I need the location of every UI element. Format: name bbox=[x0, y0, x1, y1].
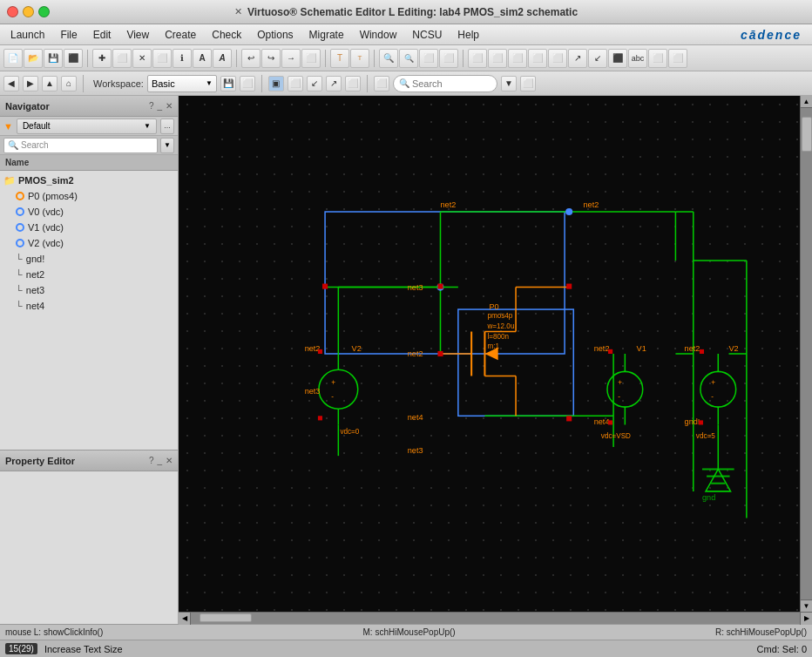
nav3-icon[interactable]: ⬜ bbox=[508, 49, 527, 68]
sel2-icon[interactable]: ⬜ bbox=[374, 76, 389, 91]
redo-icon[interactable]: ↪ bbox=[261, 49, 281, 68]
menu-options[interactable]: Options bbox=[250, 27, 300, 43]
nav-search-inner[interactable]: 🔍 Search bbox=[3, 138, 158, 153]
tree-item-net4[interactable]: └ net4 bbox=[0, 298, 178, 314]
close-button[interactable] bbox=[7, 6, 18, 17]
vscroll-track[interactable] bbox=[801, 108, 812, 599]
nav5-icon[interactable]: ⬜ bbox=[548, 49, 567, 68]
blank-icon[interactable]: ⬜ bbox=[301, 49, 321, 68]
tree-item-v2[interactable]: V2 (vdc) bbox=[0, 235, 178, 251]
undo-icon[interactable]: ↩ bbox=[241, 49, 261, 68]
wire2-icon[interactable]: ↗ bbox=[326, 76, 342, 91]
search-options-icon[interactable]: ⬜ bbox=[520, 76, 536, 91]
abc-icon[interactable]: abc bbox=[628, 49, 647, 68]
schematic-canvas[interactable]: P0 pmos4p w=12.0u l=800n m:1 + - net2 V2… bbox=[179, 96, 800, 612]
nav-close-icon[interactable]: ✕ bbox=[166, 101, 173, 111]
nav-question-icon[interactable]: ? bbox=[149, 101, 154, 111]
app-icon: ✕ bbox=[234, 6, 242, 17]
prop-question-icon[interactable]: ? bbox=[149, 456, 154, 465]
nav1-icon[interactable]: ⬜ bbox=[468, 49, 487, 68]
tree-item-v1[interactable]: V1 (vdc) bbox=[0, 220, 178, 235]
back-icon[interactable]: ◀ bbox=[3, 76, 19, 91]
info-icon[interactable]: ℹ bbox=[173, 49, 192, 68]
zoom-in-icon[interactable]: 🔍 bbox=[379, 49, 398, 68]
nav2-icon[interactable]: ⬜ bbox=[488, 49, 507, 68]
open-icon[interactable]: 📂 bbox=[24, 49, 43, 68]
new-icon[interactable]: 📄 bbox=[3, 49, 23, 68]
schematic-svg: P0 pmos4p w=12.0u l=800n m:1 + - net2 V2… bbox=[179, 96, 800, 612]
workspace-select[interactable]: Basic ▼ bbox=[147, 75, 217, 92]
text-a-icon[interactable]: A bbox=[193, 49, 212, 68]
title-bar: ✕ Virtuoso® Schematic Editor L Editing: … bbox=[0, 0, 812, 24]
svg-rect-85 bbox=[566, 416, 572, 421]
sel-icon[interactable]: ▣ bbox=[268, 76, 284, 91]
window-controls[interactable] bbox=[7, 6, 50, 17]
save-icon[interactable]: 💾 bbox=[44, 49, 63, 68]
ws-icon2[interactable]: ⬜ bbox=[240, 76, 255, 91]
home-icon[interactable]: ⌂ bbox=[61, 76, 77, 91]
snap-icon[interactable]: ⬜ bbox=[288, 76, 303, 91]
tree-item-v0[interactable]: V0 (vdc) bbox=[0, 204, 178, 220]
nav7-icon[interactable]: ↙ bbox=[588, 49, 607, 68]
vertical-scrollbar[interactable]: ▲ ▼ bbox=[800, 96, 812, 612]
text1-icon[interactable]: T bbox=[330, 49, 349, 68]
hscroll-left-icon[interactable]: ◀ bbox=[179, 613, 191, 625]
tree-item-p0[interactable]: P0 (pmos4) bbox=[0, 188, 178, 204]
hscroll-thumb[interactable] bbox=[200, 613, 252, 622]
extra2-icon[interactable]: ⬜ bbox=[668, 49, 687, 68]
tree-item-net2[interactable]: └ net2 bbox=[0, 267, 178, 282]
zoom-out-icon[interactable]: 🔍 bbox=[399, 49, 418, 68]
tree-item-net3[interactable]: └ net3 bbox=[0, 282, 178, 298]
menu-help[interactable]: Help bbox=[450, 27, 486, 43]
nav6-icon[interactable]: ↗ bbox=[568, 49, 587, 68]
menu-edit[interactable]: Edit bbox=[86, 27, 118, 43]
nav-tree[interactable]: 📁 PMOS_sim2 P0 (pmos4) V0 (vdc) V1 (vdc) bbox=[0, 171, 178, 450]
zoom2-icon[interactable]: ⬜ bbox=[439, 49, 458, 68]
minimize-button[interactable] bbox=[23, 6, 34, 17]
horizontal-scrollbar[interactable]: ◀ ▶ bbox=[179, 612, 812, 624]
wire3-icon[interactable]: ⬜ bbox=[345, 76, 361, 91]
filter-extra-icon[interactable]: … bbox=[160, 119, 174, 134]
nav8-icon[interactable]: ⬛ bbox=[608, 49, 627, 68]
menu-window[interactable]: Window bbox=[353, 27, 404, 43]
search-box[interactable]: 🔍 bbox=[393, 75, 497, 92]
cut-icon[interactable]: ✕ bbox=[132, 49, 152, 68]
forward-icon[interactable]: → bbox=[281, 49, 301, 68]
add-icon[interactable]: ✚ bbox=[92, 49, 112, 68]
vscroll-thumb[interactable] bbox=[802, 117, 812, 152]
search-dropdown-icon[interactable]: ▼ bbox=[501, 76, 517, 91]
hscroll-track[interactable] bbox=[191, 613, 800, 624]
up-icon[interactable]: ▲ bbox=[42, 76, 58, 91]
svg-text:net2: net2 bbox=[594, 344, 610, 353]
fwd-icon[interactable]: ▶ bbox=[23, 76, 38, 91]
nav-search-dropdown[interactable]: ▼ bbox=[160, 138, 174, 153]
tree-item-root[interactable]: 📁 PMOS_sim2 bbox=[0, 173, 178, 188]
nav-minimize-icon[interactable]: _ bbox=[157, 101, 162, 111]
copy-icon[interactable]: ⬜ bbox=[112, 49, 132, 68]
tree-item-gnd[interactable]: └ gnd! bbox=[0, 251, 178, 267]
extra1-icon[interactable]: ⬜ bbox=[648, 49, 667, 68]
menu-view[interactable]: View bbox=[119, 27, 156, 43]
nav4-icon[interactable]: ⬜ bbox=[528, 49, 547, 68]
paste-icon[interactable]: ⬜ bbox=[152, 49, 172, 68]
prop-minimize-icon[interactable]: _ bbox=[157, 456, 162, 465]
menu-file[interactable]: File bbox=[53, 27, 84, 43]
vscroll-down-icon[interactable]: ▼ bbox=[801, 599, 813, 612]
menu-create[interactable]: Create bbox=[158, 27, 203, 43]
menu-ncsu[interactable]: NCSU bbox=[405, 27, 449, 43]
maximize-button[interactable] bbox=[38, 6, 50, 17]
menu-launch[interactable]: Launch bbox=[3, 27, 51, 43]
menu-migrate[interactable]: Migrate bbox=[302, 27, 351, 43]
vscroll-up-icon[interactable]: ▲ bbox=[801, 96, 813, 108]
text2-icon[interactable]: T bbox=[350, 49, 369, 68]
filter-button[interactable]: Default ▼ bbox=[17, 119, 157, 134]
save-as-icon[interactable]: ⬛ bbox=[64, 49, 83, 68]
menu-check[interactable]: Check bbox=[205, 27, 248, 43]
search-input[interactable] bbox=[412, 78, 491, 89]
ws-icon1[interactable]: 💾 bbox=[220, 76, 236, 91]
wire-icon[interactable]: ↙ bbox=[307, 76, 322, 91]
prop-close-icon[interactable]: ✕ bbox=[166, 456, 173, 465]
hscroll-right-icon[interactable]: ▶ bbox=[800, 613, 812, 625]
zoom-fit-icon[interactable]: ⬜ bbox=[419, 49, 438, 68]
text-b-icon[interactable]: A bbox=[213, 49, 232, 68]
